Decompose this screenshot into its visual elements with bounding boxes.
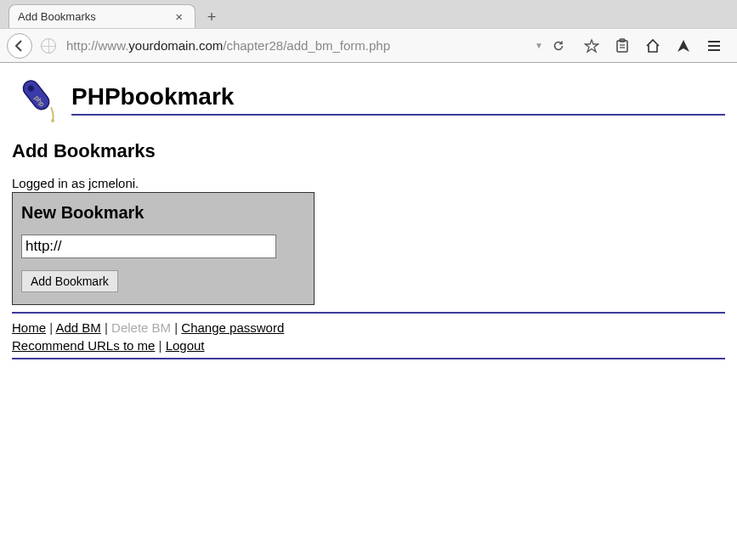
nav-recommend-link[interactable]: Recommend URLs to me xyxy=(12,338,155,353)
tab-title: Add Bookmarks xyxy=(18,10,96,23)
svg-rect-4 xyxy=(617,41,627,52)
add-bookmark-button[interactable]: Add Bookmark xyxy=(21,270,118,292)
site-identity-icon[interactable] xyxy=(41,38,56,54)
new-tab-button[interactable]: + xyxy=(201,6,223,28)
url-prefix: http://www. xyxy=(66,38,128,53)
nav-divider-bottom xyxy=(12,358,725,359)
browser-tab[interactable]: Add Bookmarks × xyxy=(9,4,196,28)
page-heading: Add Bookmarks xyxy=(12,140,725,162)
url-dropdown-icon[interactable]: ▼ xyxy=(535,41,543,50)
nav-divider-top xyxy=(12,312,725,314)
home-icon[interactable] xyxy=(643,37,662,55)
brand-divider xyxy=(71,114,725,116)
hamburger-menu-icon[interactable] xyxy=(705,37,723,55)
browser-toolbar: http://www.yourdomain.com/chapter28/add_… xyxy=(0,28,737,63)
form-heading: New Bookmark xyxy=(21,203,305,223)
url-domain: yourdomain.com xyxy=(128,38,223,53)
nav-separator: | xyxy=(105,320,111,335)
bookmark-url-input[interactable] xyxy=(21,235,276,258)
nav-separator: | xyxy=(159,338,166,353)
nav-logout-link[interactable]: Logout xyxy=(166,338,205,353)
url-path: /chapter28/add_bm_form.php xyxy=(223,38,390,53)
tab-strip: Add Bookmarks × + xyxy=(0,3,737,28)
bookmark-star-icon[interactable] xyxy=(582,37,601,55)
library-icon[interactable] xyxy=(613,37,632,55)
tab-close-icon[interactable]: × xyxy=(172,9,186,24)
page-content: php PHPbookmark Add Bookmarks Logged in … xyxy=(0,63,737,370)
nav-change-password-link[interactable]: Change password xyxy=(181,320,284,335)
svg-rect-11 xyxy=(20,77,53,112)
brand-title: PHPbookmark xyxy=(71,83,725,110)
svg-point-14 xyxy=(51,119,54,122)
address-bar[interactable]: http://www.yourdomain.com/chapter28/add_… xyxy=(61,34,570,58)
nav-home-link[interactable]: Home xyxy=(12,320,46,335)
reload-button[interactable] xyxy=(552,39,565,53)
brand-logo: php xyxy=(12,73,65,125)
login-status: Logged in as jcmeloni. xyxy=(12,176,725,190)
nav-delete-bm-disabled: Delete BM xyxy=(111,320,171,335)
new-bookmark-form: New Bookmark Add Bookmark xyxy=(12,192,315,305)
send-icon[interactable] xyxy=(674,37,693,55)
footer-nav: Home | Add BM | Delete BM | Change passw… xyxy=(12,319,725,354)
back-button[interactable] xyxy=(7,33,32,59)
nav-add-bm-link[interactable]: Add BM xyxy=(55,320,100,335)
